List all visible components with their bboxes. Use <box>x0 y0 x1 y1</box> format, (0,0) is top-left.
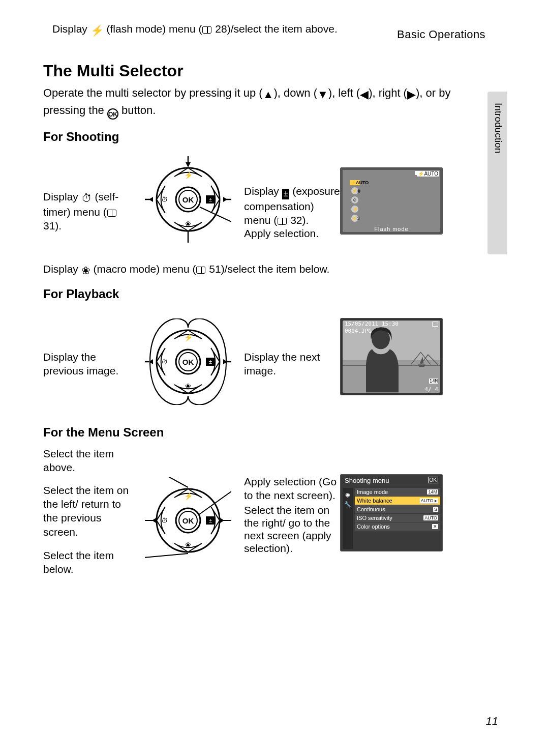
menu-item: Color options✕ <box>355 522 440 531</box>
svg-text:⚡: ⚡ <box>184 171 193 180</box>
flash-mode-label: Flash mode <box>341 226 442 232</box>
svg-text:⚡: ⚡ <box>184 492 193 501</box>
menu-screen-list: Image mode14MWhite balanceAUTO ▸Continuo… <box>355 488 440 531</box>
svg-line-44 <box>145 554 188 559</box>
left-triangle-icon: ◀ <box>360 87 369 103</box>
svg-text:❀: ❀ <box>185 220 191 228</box>
page-ref-icon <box>107 210 116 217</box>
flash-menu-item-auto: ⚡AUTO <box>350 180 360 185</box>
ok-button-icon: OK <box>107 108 118 120</box>
svg-line-41 <box>145 477 188 487</box>
svg-text:OK: OK <box>182 358 194 366</box>
flash-menu-item-slow: ⚡S <box>351 215 358 222</box>
flash-menu-column: ⚡AUTO ⚡◉ ⊘ ⚡ ⚡S <box>350 180 360 224</box>
macro-icon: ❀ <box>81 265 90 277</box>
page-number: 11 <box>486 715 498 728</box>
shooting-left-caption: Display ⏱ (self-timer) menu ( 31). <box>43 190 132 233</box>
thumb-tab-label: Introduction <box>493 103 504 153</box>
intro-text: Operate the multi selector by pressing i… <box>43 85 485 120</box>
svg-text:⚡: ⚡ <box>184 333 193 342</box>
exposure-icon: ± <box>282 189 290 199</box>
multi-selector-dial: OK ⚡ ❀ ⏱ ± <box>145 156 231 245</box>
shooting-right-caption: Display ± (exposure compensation) menu (… <box>244 184 343 227</box>
playback-counter: 4/ 4 <box>425 386 439 393</box>
camera-screen-menu: Shooting menu OK ◉ 🔧 Image mode14MWhite … <box>341 475 442 551</box>
menu-item: White balanceAUTO ▸ <box>355 497 440 505</box>
page-ref-icon <box>202 26 211 34</box>
menu-heading: For the Menu Screen <box>43 425 485 440</box>
right-triangle-icon: ▶ <box>407 87 416 103</box>
menu-up-caption: Select the item above. <box>43 447 132 475</box>
menu-item: Image mode14M <box>355 488 440 496</box>
flash-menu-item-off: ⊘ <box>351 196 358 203</box>
shooting-down-caption: Display ❀ (macro mode) menu ( 51)/select… <box>43 263 485 277</box>
page-ref-icon <box>278 218 287 225</box>
person-silhouette-icon <box>362 326 403 393</box>
svg-text:⏱: ⏱ <box>161 517 168 525</box>
up-triangle-icon: ▲ <box>263 87 274 103</box>
memory-card-icon <box>432 322 438 327</box>
down-triangle-icon: ▼ <box>317 87 328 103</box>
playback-imagesize: 14M <box>429 379 438 384</box>
playback-heading: For Playback <box>43 287 485 301</box>
menu-screen-sidebar: ◉ 🔧 <box>343 488 353 549</box>
svg-text:±: ± <box>209 517 212 524</box>
menu-right-caption: Select the item on the right/ go to the … <box>244 504 341 555</box>
menu-item: ContinuousS <box>355 505 440 513</box>
menu-apply-caption: Apply selection (Go to the next screen). <box>244 475 341 503</box>
flash-icon: ⚡ <box>90 24 104 37</box>
svg-text:OK: OK <box>182 195 194 204</box>
svg-marker-1 <box>186 162 191 167</box>
ok-badge-icon: OK <box>428 477 438 483</box>
camera-tab-icon: ◉ <box>343 492 353 498</box>
thumb-tab: Introduction <box>487 92 507 254</box>
multi-selector-dial: OK ⚡ ❀ ⏱ ± <box>145 477 231 566</box>
flash-menu-item-redeye: ⚡◉ <box>351 187 358 194</box>
page-title: The Multi Selector <box>43 62 485 80</box>
self-timer-icon: ⏱ <box>81 191 92 205</box>
playback-filename: 0004.JPG <box>345 328 372 334</box>
flash-auto-badge: ⚡AUTO <box>417 171 439 177</box>
menu-left-caption: Select the item on the left/ return to t… <box>43 483 132 539</box>
svg-marker-43 <box>152 518 156 523</box>
svg-text:❀: ❀ <box>185 541 191 549</box>
svg-text:±: ± <box>209 196 212 202</box>
dial-svg: OK ⚡ ❀ ⏱ ± <box>145 156 231 243</box>
svg-text:⏱: ⏱ <box>161 196 168 203</box>
svg-marker-47 <box>220 518 224 523</box>
camera-screen-shooting: ⚡AUTO ⚡AUTO ⚡◉ ⊘ ⚡ ⚡S Flash mode <box>341 168 442 234</box>
menu-item: ISO sensitivityAUTO <box>355 514 440 522</box>
camera-screen-playback: 15/05/2011 15:30 0004.JPG 14M 4/ 4 <box>341 318 442 395</box>
page-ref-icon <box>196 267 205 274</box>
playback-right-caption: Display the next image. <box>244 350 333 378</box>
flash-menu-item-fill: ⚡ <box>351 206 358 213</box>
multi-selector-dial: OK ⚡ ❀ ⏱ ± <box>145 318 231 408</box>
setup-tab-icon: 🔧 <box>343 502 353 507</box>
shooting-apply-caption: Apply selection. <box>244 227 319 240</box>
menu-below-caption: Select the item below. <box>43 548 132 576</box>
shooting-heading: For Shooting <box>43 130 485 144</box>
menu-screen-title: Shooting menu OK <box>345 477 438 484</box>
svg-text:OK: OK <box>182 516 194 525</box>
svg-text:±: ± <box>209 359 212 365</box>
svg-text:❀: ❀ <box>185 382 191 390</box>
playback-date: 15/05/2011 15:30 <box>345 321 399 327</box>
playback-left-caption: Display the previous image. <box>43 350 132 378</box>
svg-text:⏱: ⏱ <box>161 358 168 366</box>
shooting-up-caption: Display ⚡ (flash mode) menu ( 28)/select… <box>52 23 439 37</box>
